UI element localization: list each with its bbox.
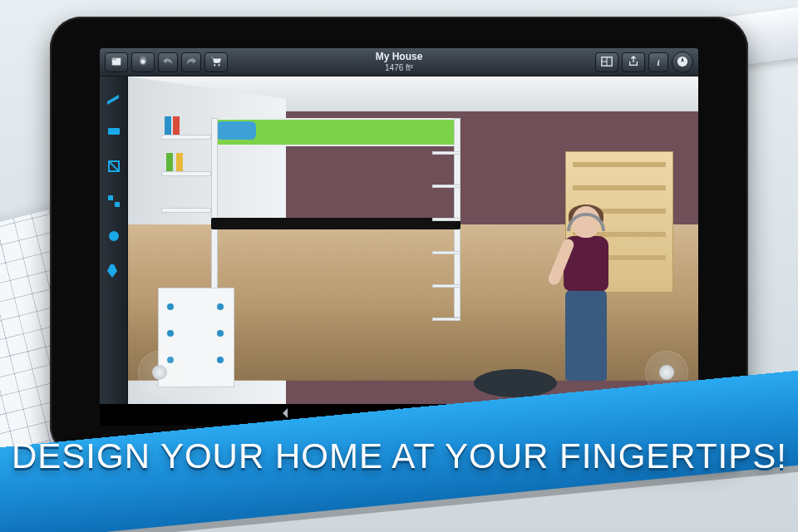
- svg-point-3: [214, 64, 215, 66]
- side-tool-rail: [100, 76, 128, 404]
- project-area: 1476 ft²: [376, 63, 423, 73]
- info-icon: i: [657, 57, 659, 67]
- texture-tool[interactable]: [104, 226, 124, 246]
- plan2d-button[interactable]: [595, 52, 618, 72]
- svg-point-4: [218, 64, 219, 66]
- settings-button[interactable]: [131, 52, 155, 72]
- redo-icon: [185, 56, 197, 69]
- wall-shelves: [161, 135, 211, 251]
- light-tool[interactable]: [104, 261, 124, 281]
- svg-rect-9: [115, 202, 120, 207]
- cart-button[interactable]: [204, 52, 228, 72]
- plan2d-icon: [601, 56, 613, 69]
- app-screen: My House 1476 ft² i: [100, 48, 698, 426]
- build-tool[interactable]: [104, 86, 124, 106]
- cart-icon: [210, 56, 222, 69]
- beanbag: [474, 369, 557, 397]
- share-icon: [628, 56, 639, 69]
- furniture-tool[interactable]: [104, 121, 124, 141]
- compass-icon: [677, 56, 688, 69]
- info-button[interactable]: i: [648, 52, 668, 72]
- svg-rect-8: [108, 195, 113, 200]
- move-joystick[interactable]: [138, 351, 181, 394]
- loft-bed: [211, 118, 469, 318]
- svg-rect-1: [112, 57, 116, 60]
- file-icon: [111, 56, 122, 69]
- project-title: My House: [376, 52, 423, 63]
- undo-icon: [162, 56, 174, 69]
- objects-tool[interactable]: [104, 191, 124, 211]
- promo-tagline: DESIGN YOUR HOME AT YOUR FINGERTIPS!: [12, 436, 787, 476]
- svg-rect-7: [108, 128, 120, 135]
- share-button[interactable]: [622, 52, 645, 72]
- avatar-girl: [549, 206, 623, 389]
- file-button[interactable]: [105, 52, 128, 72]
- room-3d-viewport[interactable]: [128, 76, 698, 404]
- openings-tool[interactable]: [104, 156, 124, 176]
- top-toolbar: My House 1476 ft² i: [100, 48, 698, 76]
- title-block: My House 1476 ft²: [376, 52, 423, 72]
- gear-icon: [137, 56, 149, 69]
- compass-button[interactable]: [672, 52, 693, 73]
- undo-button[interactable]: [158, 52, 178, 72]
- redo-button[interactable]: [181, 52, 201, 72]
- svg-point-10: [109, 231, 119, 241]
